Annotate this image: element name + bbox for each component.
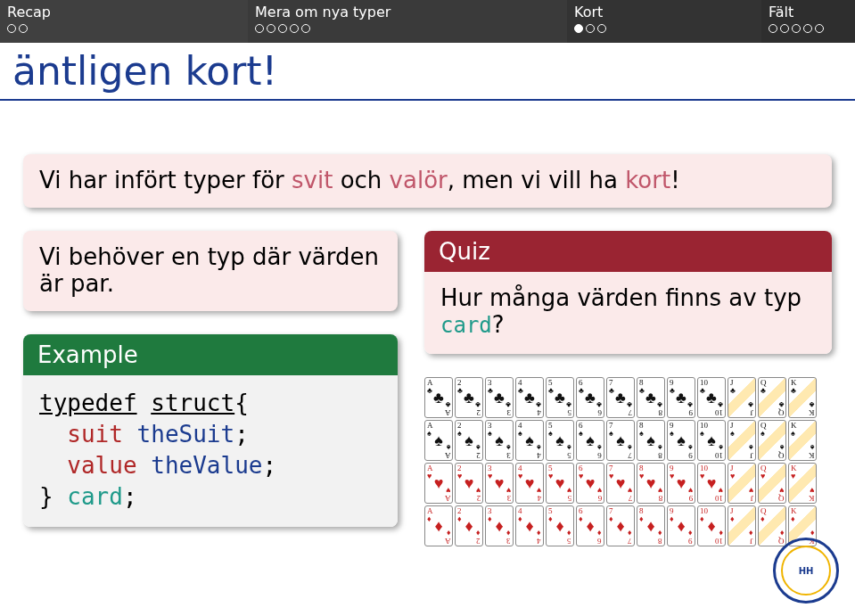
intro-text: Vi har infört typer för svit och valör, … — [23, 154, 832, 208]
brace-close: } — [39, 483, 67, 510]
nav-pips-falt — [769, 22, 855, 33]
nav-title: Kort — [574, 4, 761, 22]
playing-card: 2♠♠2♠ — [455, 420, 483, 461]
nav-pip[interactable] — [803, 24, 812, 33]
playing-card: 6♠♠6♠ — [576, 420, 604, 461]
nav-pip[interactable] — [290, 24, 299, 33]
playing-card: 5♠♠5♠ — [546, 420, 574, 461]
playing-card: 9♦♦9♦ — [667, 505, 695, 546]
nav-section-recap[interactable]: Recap — [0, 0, 248, 43]
playing-card: 5♦♦5♦ — [546, 505, 574, 546]
frame-title: äntligen kort! — [0, 43, 855, 94]
intro-block: Vi har infört typer för svit och valör, … — [23, 154, 832, 208]
quiz-title: Quiz — [424, 231, 832, 272]
field-theSuit: theSuit — [137, 421, 235, 448]
playing-card: 7♥♥7♥ — [606, 463, 635, 504]
playing-card: 6♣♣6♣ — [576, 377, 604, 418]
text: och — [333, 167, 389, 193]
nav-pip[interactable] — [780, 24, 789, 33]
nav-section-falt[interactable]: Fält — [761, 0, 855, 43]
playing-card: 4♦♦4♦ — [515, 505, 544, 546]
logo-text: HH — [799, 566, 814, 576]
playing-card: 10♦♦10♦ — [697, 505, 726, 546]
example-block: Example typedef struct{ suit theSuit; va… — [23, 334, 398, 527]
nav-pip[interactable] — [278, 24, 287, 33]
nav-section-kort[interactable]: Kort — [567, 0, 761, 43]
playing-card: 9♠♠9♠ — [667, 420, 695, 461]
nav-pips-recap — [7, 22, 248, 33]
text: ! — [670, 167, 679, 193]
nav-pip[interactable] — [7, 24, 16, 33]
playing-card: 4♣♣4♣ — [515, 377, 544, 418]
nav-pip[interactable] — [255, 24, 264, 33]
nav-section-mera[interactable]: Mera om nya typer — [248, 0, 567, 43]
nav-pip[interactable] — [574, 24, 583, 33]
playing-card: A♠♠A♠ — [424, 420, 453, 461]
example-code: typedef struct{ suit theSuit; value theV… — [23, 375, 398, 527]
playing-card: K♣K♣ — [788, 377, 817, 418]
accent-valor: valör — [390, 167, 448, 193]
nav-title: Recap — [7, 4, 248, 22]
field-theValue: theValue — [151, 452, 262, 479]
kw-typedef: typedef — [39, 390, 137, 416]
cards-row: A♦♦A♦2♦♦2♦3♦♦3♦4♦♦4♦5♦♦5♦6♦♦6♦7♦♦7♦8♦♦8♦… — [424, 505, 832, 546]
playing-card: 4♠♠4♠ — [515, 420, 544, 461]
cards-row: A♠♠A♠2♠♠2♠3♠♠3♠4♠♠4♠5♠♠5♠6♠♠6♠7♠♠7♠8♠♠8♠… — [424, 420, 832, 461]
quiz-body: Hur många värden finns av typ card? — [424, 272, 832, 354]
quiz-question: Hur många värden finns av typ — [440, 284, 802, 311]
playing-card: 8♣♣8♣ — [637, 377, 665, 418]
text: ? — [492, 311, 505, 338]
playing-card: Q♥Q♥ — [758, 463, 786, 504]
type-suit: suit — [67, 421, 123, 448]
playing-card: J♠J♠ — [728, 420, 756, 461]
semi: ; — [123, 483, 137, 510]
playing-card: A♣♣A♣ — [424, 377, 453, 418]
playing-card: 7♠♠7♠ — [606, 420, 635, 461]
playing-card: 8♥♥8♥ — [637, 463, 665, 504]
playing-card: 10♠♠10♠ — [697, 420, 726, 461]
nav-pip[interactable] — [586, 24, 595, 33]
playing-card: 10♥♥10♥ — [697, 463, 726, 504]
nav-pip[interactable] — [815, 24, 824, 33]
brace: { — [234, 390, 249, 416]
need-block: Vi behöver en typ där värden är par. — [23, 231, 398, 311]
playing-card: 10♣♣10♣ — [697, 377, 726, 418]
nav-title: Mera om nya typer — [255, 4, 567, 22]
playing-card: 3♥♥3♥ — [485, 463, 514, 504]
playing-card: K♠K♠ — [788, 420, 817, 461]
playing-card: K♥K♥ — [788, 463, 817, 504]
playing-card: 3♣♣3♣ — [485, 377, 514, 418]
accent-svit: svit — [292, 167, 333, 193]
nav-pip[interactable] — [301, 24, 310, 33]
nav-pip[interactable] — [792, 24, 801, 33]
playing-card: 5♥♥5♥ — [546, 463, 574, 504]
nav-pips-kort — [574, 22, 761, 33]
accent-kort: kort — [625, 167, 670, 193]
playing-card: Q♦Q♦ — [758, 505, 786, 546]
type-card: card — [67, 483, 123, 510]
cards-grid: A♣♣A♣2♣♣2♣3♣♣3♣4♣♣4♣5♣♣5♣6♣♣6♣7♣♣7♣8♣♣8♣… — [424, 377, 832, 546]
nav-pip[interactable] — [19, 24, 28, 33]
playing-card: Q♠Q♠ — [758, 420, 786, 461]
playing-card: A♦♦A♦ — [424, 505, 453, 546]
playing-card: 3♦♦3♦ — [485, 505, 514, 546]
playing-card: 7♦♦7♦ — [606, 505, 635, 546]
kw-struct: struct — [151, 390, 234, 416]
playing-card: 4♥♥4♥ — [515, 463, 544, 504]
university-logo: HH — [773, 538, 839, 604]
example-title: Example — [23, 334, 398, 375]
playing-card: 5♣♣5♣ — [546, 377, 574, 418]
nav-title: Fält — [769, 4, 855, 22]
playing-card: J♣J♣ — [728, 377, 756, 418]
playing-card: 6♦♦6♦ — [576, 505, 604, 546]
cards-row: A♥♥A♥2♥♥2♥3♥♥3♥4♥♥4♥5♥♥5♥6♥♥6♥7♥♥7♥8♥♥8♥… — [424, 463, 832, 504]
playing-card: 9♣♣9♣ — [667, 377, 695, 418]
nav-pip[interactable] — [597, 24, 606, 33]
nav-pip[interactable] — [267, 24, 275, 33]
nav-pip[interactable] — [769, 24, 777, 33]
semi: ; — [262, 452, 276, 479]
section-nav: Recap Mera om nya typer Kort Fält — [0, 0, 855, 43]
quiz-type-card: card — [440, 313, 492, 338]
playing-card: A♥♥A♥ — [424, 463, 453, 504]
cards-row: A♣♣A♣2♣♣2♣3♣♣3♣4♣♣4♣5♣♣5♣6♣♣6♣7♣♣7♣8♣♣8♣… — [424, 377, 832, 418]
